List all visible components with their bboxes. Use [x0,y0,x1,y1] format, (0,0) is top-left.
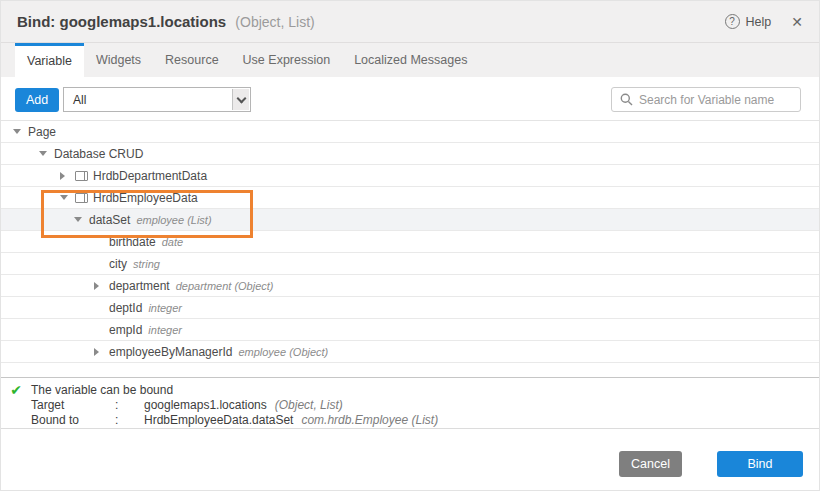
status-message: The variable can be bound [31,383,173,397]
tab-widgets[interactable]: Widgets [84,43,153,77]
tab-bar: Variable Widgets Resource Use Expression… [1,43,819,77]
dialog-footer: Cancel Bind [1,429,819,490]
tree-node-label: HrdbEmployeeData [93,191,198,205]
tree-node-type: integer [148,324,182,336]
tree-node-label: city [109,257,127,271]
filter-selected-value: All [73,93,86,107]
add-variable-button[interactable]: Add [15,88,59,112]
expand-caret-icon[interactable] [74,217,89,222]
tree-node-label: department [109,279,170,293]
tree-node-type: string [133,258,160,270]
tree-row-page[interactable]: Page [1,121,819,143]
search-input[interactable] [639,93,792,107]
status-row: Bound to : HrdbEmployeeData.dataSet com.… [1,412,819,427]
tab-label: Localized Messages [354,53,467,67]
tree-row-hrdbdepartmentdata[interactable]: HrdbDepartmentData [1,165,819,187]
expand-caret-icon[interactable] [13,129,28,134]
status-row-value: HrdbEmployeeData.dataSet [144,413,293,427]
tree-node-label: Database CRUD [54,147,143,161]
variable-tree: Page Database CRUD HrdbDepartmentData Hr… [1,120,819,363]
tree-row-hrdbemployeedata[interactable]: HrdbEmployeeData [1,187,819,209]
tree-node-label: employeeByManagerId [109,345,232,359]
tab-label: Variable [27,54,72,68]
expand-caret-icon[interactable] [94,348,109,356]
tree-node-label: empId [109,323,142,337]
status-row-separator: : [115,398,144,412]
chevron-down-icon [236,93,246,103]
tree-node-label: HrdbDepartmentData [93,169,207,183]
tree-node-label: dataSet [89,213,130,227]
header-actions: ? Help ✕ [725,14,803,30]
variable-node-icon [75,171,88,181]
search-icon [620,93,633,106]
status-row-label: Target [31,398,115,412]
help-label: Help [746,15,772,29]
status-panel: ✔ The variable can be bound Target : goo… [1,377,819,429]
tree-node-type: integer [148,302,182,314]
tree-row-deptid[interactable]: deptId integer [1,297,819,319]
status-row-label: Bound to [31,413,115,427]
tree-node-type: employee (List) [136,214,211,226]
tree-row-birthdate[interactable]: birthdate date [1,231,819,253]
select-arrow-button[interactable] [232,89,249,110]
tree-node-type: department (Object) [176,280,274,292]
expand-caret-icon[interactable] [60,172,75,180]
search-box [611,87,801,112]
tab-variable[interactable]: Variable [15,43,84,77]
tree-node-type: employee (Object) [238,346,328,358]
tree-node-label: deptId [109,301,142,315]
tree-node-label: birthdate [109,235,156,249]
tab-label: Resource [165,53,219,67]
tab-localized-messages[interactable]: Localized Messages [342,43,479,77]
help-link[interactable]: ? Help [725,14,772,29]
tree-node-label: Page [28,125,56,139]
status-row-value-type: (Object, List) [275,398,343,412]
status-row: Target : googlemaps1.locations (Object, … [1,397,819,412]
variable-filter-select[interactable]: All [63,87,251,112]
toolbar: Add All [1,77,819,120]
dialog-title-text: Bind: googlemaps1.locations [17,13,226,30]
expand-caret-icon[interactable] [60,195,75,200]
variable-node-icon [75,193,88,203]
tree-row-empid[interactable]: empId integer [1,319,819,341]
tree-node-type: date [162,236,183,248]
dialog-title-type: (Object, List) [235,14,314,30]
help-icon: ? [725,14,740,29]
close-icon[interactable]: ✕ [791,14,803,30]
tab-resource[interactable]: Resource [153,43,231,77]
cancel-button[interactable]: Cancel [619,451,682,477]
status-row-value-type: com.hrdb.Employee (List) [301,413,438,427]
tab-label: Widgets [96,53,141,67]
expand-caret-icon[interactable] [39,151,54,156]
tab-use-expression[interactable]: Use Expression [231,43,343,77]
status-row-separator: : [115,413,144,427]
check-icon: ✔ [1,382,31,398]
expand-caret-icon[interactable] [94,282,109,290]
tab-label: Use Expression [243,53,331,67]
tree-row-database-crud[interactable]: Database CRUD [1,143,819,165]
tree-row-department[interactable]: department department (Object) [1,275,819,297]
dialog-header: Bind: googlemaps1.locations (Object, Lis… [1,1,819,43]
tree-row-dataset[interactable]: dataSet employee (List) [1,209,819,231]
status-row-value: googlemaps1.locations [144,398,267,412]
bind-button[interactable]: Bind [717,451,803,477]
tree-row-city[interactable]: city string [1,253,819,275]
status-message-line: ✔ The variable can be bound [1,382,819,397]
tree-row-employeebymanagerid[interactable]: employeeByManagerId employee (Object) [1,341,819,363]
bind-variable-dialog: Bind: googlemaps1.locations (Object, Lis… [0,0,820,491]
dialog-title: Bind: googlemaps1.locations (Object, Lis… [17,13,315,30]
